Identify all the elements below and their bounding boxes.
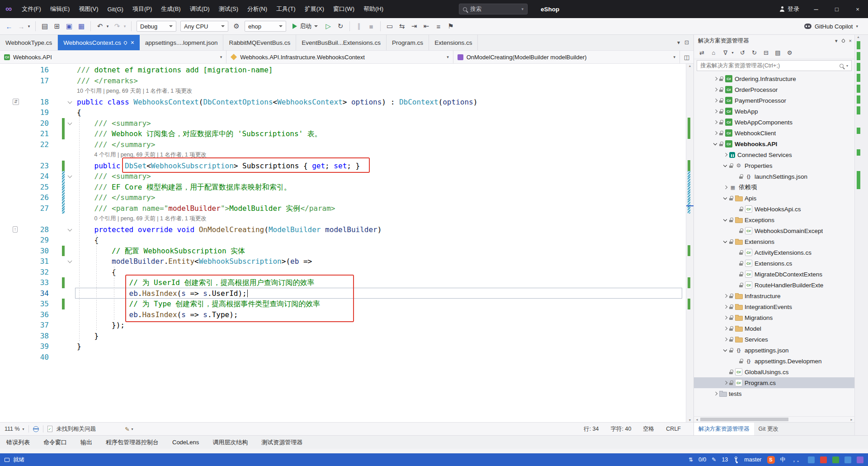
eol-indicator[interactable]: CRLF — [666, 426, 681, 432]
pending-changes-count[interactable]: 13 — [722, 456, 728, 463]
branch-name[interactable]: master — [744, 456, 761, 463]
code-text[interactable]: eb.HasIndex(s => s.UserId); — [77, 288, 686, 299]
solution-name[interactable]: eShop — [536, 0, 564, 18]
properties-icon[interactable]: ⚙ — [786, 48, 793, 57]
code-text[interactable]: } — [77, 341, 686, 352]
tree-item-WebhooksDomainExcept[interactable]: C#WebhooksDomainExcept — [694, 225, 854, 236]
save-icon[interactable]: ▣ — [64, 21, 75, 32]
tree-item-Exceptions[interactable]: Exceptions — [694, 214, 854, 225]
close-button[interactable]: × — [847, 0, 868, 18]
chevron-right-icon[interactable] — [722, 149, 729, 160]
back-icon[interactable]: ← — [4, 21, 14, 32]
tab-layout-icon[interactable]: ⊡ — [684, 39, 689, 46]
home-icon[interactable]: ⌂ — [710, 48, 717, 57]
ime-punctuation[interactable]: ，。 — [791, 456, 802, 464]
code-text[interactable]: modelBuilder.Entity<WebhookSubscription>… — [77, 256, 686, 267]
show-all-files-icon[interactable]: ▤ — [774, 48, 782, 57]
tray-icon-red[interactable] — [820, 456, 827, 463]
tree-item-Migrations[interactable]: Migrations — [694, 312, 854, 323]
document-tab-WebhookType.cs[interactable]: WebhookType.cs — [0, 35, 58, 50]
tree-item-RouteHandlerBuilderExte[interactable]: C#RouteHandlerBuilderExte — [694, 280, 854, 290]
tree-item-GlobalUsings.cs[interactable]: C#GlobalUsings.cs — [694, 366, 854, 377]
panel-tab-程序包管理器控制台[interactable]: 程序包管理器控制台 — [106, 438, 159, 447]
chevron-right-icon[interactable] — [712, 73, 719, 84]
pin-icon[interactable] — [841, 38, 845, 43]
chevron-right-icon[interactable] — [722, 312, 729, 323]
minimize-button[interactable]: ─ — [806, 0, 826, 18]
tree-item-tests[interactable]: tests — [694, 388, 854, 399]
code-text[interactable]: // 配置 WebhookSubscription 实体 — [77, 246, 686, 257]
sync-with-active-document-icon[interactable]: ↺ — [739, 48, 746, 57]
tree-item-依赖项[interactable]: ▦依赖项 — [694, 182, 854, 193]
panel-tab-CodeLens[interactable]: CodeLens — [172, 439, 199, 446]
navigate-icon[interactable]: ⇆ — [396, 21, 407, 32]
code-text[interactable]: public class WebhooksContext(DbContextOp… — [77, 97, 686, 108]
ime-mode[interactable]: 中 — [780, 456, 786, 464]
fold-chevron-icon[interactable] — [68, 174, 72, 178]
branch-icon[interactable] — [733, 456, 739, 463]
chevron-down-icon[interactable] — [712, 138, 719, 149]
code-text[interactable]: // 为 UserId 创建索引，提高根据用户查询订阅的效率 — [77, 277, 686, 288]
fold-chevron-icon[interactable] — [68, 120, 72, 125]
inheritance-icon[interactable]: ⇵ — [13, 99, 19, 105]
window-menu-icon[interactable]: ▾ — [835, 38, 838, 44]
chevron-right-icon[interactable] — [722, 301, 729, 312]
menu-item-4[interactable]: Git(G) — [103, 0, 128, 18]
code-text[interactable]: } — [77, 331, 686, 342]
member-dropdown[interactable]: OnModelCreating(ModelBuilder modelBuilde… — [453, 51, 680, 63]
switch-views-icon[interactable]: ⇄ — [698, 48, 706, 57]
save-all-icon[interactable]: ▦ — [76, 21, 87, 32]
code-text[interactable]: /// dotnet ef migrations add [migration-… — [77, 65, 686, 76]
chevron-right-icon[interactable] — [722, 377, 729, 388]
scrollbar-thumb[interactable] — [700, 418, 788, 421]
document-tab-Program.cs[interactable]: Program.cs — [387, 35, 429, 50]
platform-select[interactable]: Any CPU — [180, 21, 228, 32]
chevron-down-icon[interactable] — [722, 236, 729, 247]
chevron-right-icon[interactable] — [712, 95, 719, 106]
tree-item-Extensions.cs[interactable]: C#Extensions.cs — [694, 258, 854, 269]
ime-keyboard-icon[interactable] — [808, 456, 815, 463]
code-text[interactable]: /// EF Core 模型构建器，用于配置数据库表映射和索引。 — [77, 182, 686, 193]
tree-item-Model[interactable]: Model — [694, 323, 854, 334]
scroll-left-icon[interactable]: ◂ — [694, 417, 700, 422]
start-without-debugging-icon[interactable]: ▷ — [323, 21, 334, 32]
panel-tab-Git 更改[interactable]: Git 更改 — [754, 423, 783, 435]
scroll-right-icon[interactable]: ▸ — [849, 417, 854, 422]
tree-item-Properties[interactable]: ⚙Properties — [694, 160, 854, 171]
sogou-ime-icon[interactable]: S — [767, 456, 775, 464]
panel-tab-输出[interactable]: 输出 — [80, 438, 92, 447]
tray-icon-blue[interactable] — [844, 456, 851, 463]
tree-item-Connected Services[interactable]: Connected Services — [694, 149, 854, 160]
document-tab-Extensions.cs[interactable]: Extensions.cs — [429, 35, 478, 50]
code-text[interactable]: /// <param name="modelBuilder">ModelBuil… — [77, 203, 686, 214]
tree-item-Program.cs[interactable]: C#Program.cs — [694, 377, 854, 388]
type-dropdown[interactable]: Webhooks.API.Infrastructure.WebhooksCont… — [226, 51, 453, 63]
code-text[interactable]: public DbSet<WebhookSubscription> Subscr… — [77, 161, 686, 171]
new-project-icon[interactable]: ▤ — [39, 21, 50, 32]
tree-item-IntegrationEvents[interactable]: IntegrationEvents — [694, 301, 854, 312]
global-search-box[interactable]: 搜索 ▾ — [459, 4, 528, 14]
filter-dropdown-icon[interactable]: ▾ — [731, 48, 735, 57]
code-text[interactable]: protected override void OnModelCreating(… — [77, 224, 686, 235]
override-icon[interactable]: ↑ — [13, 226, 18, 233]
codelens-info[interactable]: 4 个引用 | peng, 69 天前 | 1 名作者, 1 项更改 — [77, 150, 686, 161]
sign-in-button[interactable]: 登录 — [773, 0, 806, 18]
tree-item-WebAppComponents[interactable]: C#WebAppComponents — [694, 117, 854, 128]
codelens-info[interactable]: 10 个引用 | peng, 69 天前 | 1 名作者, 1 项更改 — [77, 86, 686, 97]
tray-icon-green[interactable] — [832, 456, 839, 463]
solution-explorer-header[interactable]: 解决方案资源管理器 ▾× — [694, 35, 854, 47]
tree-item-appsettings.json[interactable]: {}appsettings.json — [694, 345, 854, 356]
code-text[interactable]: // 为 Type 创建索引，提高根据事件类型查询订阅的效率 — [77, 299, 686, 309]
menu-item-10[interactable]: 工具(T) — [272, 0, 300, 18]
fold-chevron-icon[interactable] — [68, 99, 72, 104]
close-icon[interactable]: × — [849, 38, 852, 43]
solution-explorer-scrollbar[interactable]: ▲ — [854, 35, 868, 435]
code-text[interactable]: /// Webhook 订阅集合，对应数据库中的 'Subscriptions'… — [77, 128, 686, 139]
menu-item-5[interactable]: 项目(P) — [128, 0, 156, 18]
panel-tab-解决方案资源管理器[interactable]: 解决方案资源管理器 — [694, 423, 754, 435]
document-health-icon[interactable]: ✓ — [47, 426, 52, 432]
menu-item-6[interactable]: 生成(B) — [156, 0, 185, 18]
chevron-right-icon[interactable] — [722, 323, 729, 334]
code-text[interactable]: { — [77, 267, 686, 278]
startup-project-select[interactable]: ehop — [245, 21, 286, 32]
